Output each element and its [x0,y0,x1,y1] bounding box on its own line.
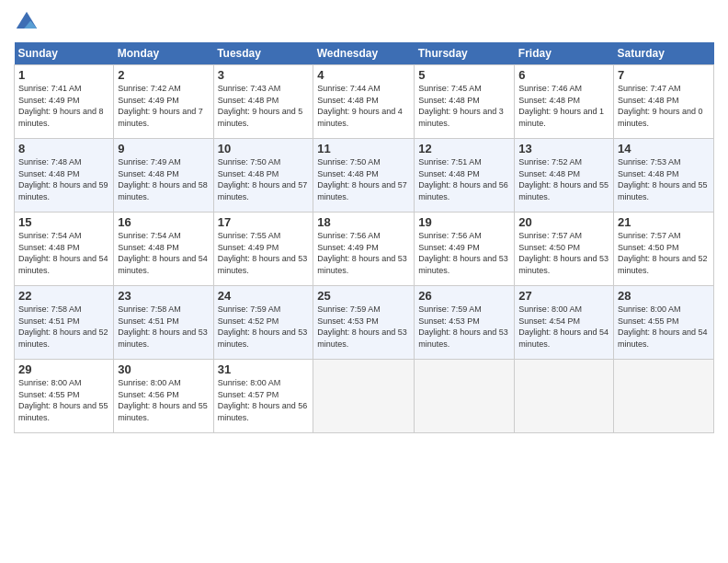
calendar-cell: 11Sunrise: 7:50 AMSunset: 4:48 PMDayligh… [313,139,415,213]
day-info: Sunrise: 8:00 AMSunset: 4:57 PMDaylight:… [218,377,310,423]
day-number: 5 [418,68,510,82]
day-number: 7 [618,68,710,82]
day-number: 26 [418,289,510,303]
day-info: Sunrise: 8:00 AMSunset: 4:55 PMDaylight:… [618,304,710,350]
day-number: 27 [518,289,609,303]
calendar-cell: 21Sunrise: 7:57 AMSunset: 4:50 PMDayligh… [614,213,714,286]
weekday-header: Thursday [415,42,515,65]
weekday-header: Sunday [15,42,114,65]
calendar-cell: 18Sunrise: 7:56 AMSunset: 4:49 PMDayligh… [313,213,415,286]
calendar-cell: 28Sunrise: 8:00 AMSunset: 4:55 PMDayligh… [614,286,714,360]
day-number: 12 [418,142,510,155]
weekday-header: Monday [114,42,213,65]
calendar-cell [415,360,515,433]
day-info: Sunrise: 7:50 AMSunset: 4:48 PMDaylight:… [218,156,310,202]
day-number: 6 [518,68,609,82]
day-info: Sunrise: 7:57 AMSunset: 4:50 PMDaylight:… [618,230,710,276]
day-info: Sunrise: 7:41 AMSunset: 4:49 PMDaylight:… [18,83,109,129]
calendar-body: 1Sunrise: 7:41 AMSunset: 4:49 PMDaylight… [15,65,714,433]
day-info: Sunrise: 7:55 AMSunset: 4:49 PMDaylight:… [218,230,310,276]
day-number: 25 [317,289,410,303]
calendar-cell: 7Sunrise: 7:47 AMSunset: 4:48 PMDaylight… [614,65,714,139]
calendar-cell: 24Sunrise: 7:59 AMSunset: 4:52 PMDayligh… [213,286,313,360]
day-info: Sunrise: 8:00 AMSunset: 4:56 PMDaylight:… [118,377,209,423]
weekday-header: Wednesday [313,42,415,65]
day-info: Sunrise: 7:57 AMSunset: 4:50 PMDaylight:… [518,230,609,276]
day-number: 16 [118,215,209,229]
calendar-week-row: 29Sunrise: 8:00 AMSunset: 4:55 PMDayligh… [15,360,714,433]
calendar-cell: 26Sunrise: 7:59 AMSunset: 4:53 PMDayligh… [415,286,515,360]
day-number: 22 [18,289,109,303]
calendar-cell: 27Sunrise: 8:00 AMSunset: 4:54 PMDayligh… [515,286,614,360]
day-info: Sunrise: 7:59 AMSunset: 4:53 PMDaylight:… [418,304,510,350]
day-number: 14 [618,142,710,155]
page-container: SundayMondayTuesdayWednesdayThursdayFrid… [0,0,728,442]
calendar-cell: 9Sunrise: 7:49 AMSunset: 4:48 PMDaylight… [114,139,213,213]
logo-icon [14,9,40,35]
weekday-header: Saturday [614,42,714,65]
calendar-cell: 13Sunrise: 7:52 AMSunset: 4:48 PMDayligh… [515,139,614,213]
calendar-cell: 6Sunrise: 7:46 AMSunset: 4:48 PMDaylight… [515,65,614,139]
calendar-cell: 30Sunrise: 8:00 AMSunset: 4:56 PMDayligh… [114,360,213,433]
day-info: Sunrise: 7:43 AMSunset: 4:48 PMDaylight:… [218,83,310,129]
calendar-cell: 23Sunrise: 7:58 AMSunset: 4:51 PMDayligh… [114,286,213,360]
calendar-cell: 29Sunrise: 8:00 AMSunset: 4:55 PMDayligh… [15,360,114,433]
day-info: Sunrise: 7:48 AMSunset: 4:48 PMDaylight:… [18,156,109,202]
day-info: Sunrise: 7:58 AMSunset: 4:51 PMDaylight:… [118,304,209,350]
day-number: 28 [618,289,710,303]
calendar-cell: 8Sunrise: 7:48 AMSunset: 4:48 PMDaylight… [15,139,114,213]
calendar-cell: 1Sunrise: 7:41 AMSunset: 4:49 PMDaylight… [15,65,114,139]
day-info: Sunrise: 7:44 AMSunset: 4:48 PMDaylight:… [317,83,410,129]
weekday-header: Friday [515,42,614,65]
calendar-cell: 3Sunrise: 7:43 AMSunset: 4:48 PMDaylight… [213,65,313,139]
calendar-cell: 22Sunrise: 7:58 AMSunset: 4:51 PMDayligh… [15,286,114,360]
calendar-week-row: 1Sunrise: 7:41 AMSunset: 4:49 PMDaylight… [15,65,714,139]
day-number: 23 [118,289,209,303]
calendar-cell: 19Sunrise: 7:56 AMSunset: 4:49 PMDayligh… [415,213,515,286]
day-number: 31 [218,362,310,376]
day-info: Sunrise: 7:54 AMSunset: 4:48 PMDaylight:… [118,230,209,276]
day-info: Sunrise: 8:00 AMSunset: 4:55 PMDaylight:… [18,377,109,423]
calendar-cell: 31Sunrise: 8:00 AMSunset: 4:57 PMDayligh… [213,360,313,433]
day-number: 9 [118,142,209,155]
calendar-cell: 12Sunrise: 7:51 AMSunset: 4:48 PMDayligh… [415,139,515,213]
day-info: Sunrise: 7:49 AMSunset: 4:48 PMDaylight:… [118,156,209,202]
day-info: Sunrise: 7:46 AMSunset: 4:48 PMDaylight:… [518,83,609,129]
day-number: 13 [518,142,609,155]
calendar-week-row: 15Sunrise: 7:54 AMSunset: 4:48 PMDayligh… [15,213,714,286]
calendar-cell: 4Sunrise: 7:44 AMSunset: 4:48 PMDaylight… [313,65,415,139]
weekday-header-row: SundayMondayTuesdayWednesdayThursdayFrid… [15,42,714,65]
day-number: 17 [218,215,310,229]
calendar-cell [614,360,714,433]
day-info: Sunrise: 7:58 AMSunset: 4:51 PMDaylight:… [18,304,109,350]
calendar-cell: 17Sunrise: 7:55 AMSunset: 4:49 PMDayligh… [213,213,313,286]
calendar-cell [313,360,415,433]
day-number: 19 [418,215,510,229]
day-number: 29 [18,362,109,376]
calendar-cell: 16Sunrise: 7:54 AMSunset: 4:48 PMDayligh… [114,213,213,286]
day-info: Sunrise: 7:51 AMSunset: 4:48 PMDaylight:… [418,156,510,202]
calendar-cell: 14Sunrise: 7:53 AMSunset: 4:48 PMDayligh… [614,139,714,213]
day-info: Sunrise: 7:52 AMSunset: 4:48 PMDaylight:… [518,156,609,202]
calendar-week-row: 8Sunrise: 7:48 AMSunset: 4:48 PMDaylight… [15,139,714,213]
day-number: 20 [518,215,609,229]
day-number: 24 [218,289,310,303]
day-number: 1 [18,68,109,82]
day-number: 15 [18,215,109,229]
day-number: 4 [317,68,410,82]
logo [14,9,43,35]
day-number: 2 [118,68,209,82]
calendar-table: SundayMondayTuesdayWednesdayThursdayFrid… [14,42,714,433]
weekday-header: Tuesday [213,42,313,65]
day-info: Sunrise: 7:56 AMSunset: 4:49 PMDaylight:… [418,230,510,276]
day-info: Sunrise: 7:47 AMSunset: 4:48 PMDaylight:… [618,83,710,129]
day-info: Sunrise: 7:59 AMSunset: 4:53 PMDaylight:… [317,304,410,350]
day-info: Sunrise: 7:59 AMSunset: 4:52 PMDaylight:… [218,304,310,350]
calendar-cell: 10Sunrise: 7:50 AMSunset: 4:48 PMDayligh… [213,139,313,213]
calendar-cell: 15Sunrise: 7:54 AMSunset: 4:48 PMDayligh… [15,213,114,286]
day-info: Sunrise: 7:54 AMSunset: 4:48 PMDaylight:… [18,230,109,276]
day-number: 30 [118,362,209,376]
calendar-cell: 2Sunrise: 7:42 AMSunset: 4:49 PMDaylight… [114,65,213,139]
day-number: 8 [18,142,109,155]
day-info: Sunrise: 7:50 AMSunset: 4:48 PMDaylight:… [317,156,410,202]
